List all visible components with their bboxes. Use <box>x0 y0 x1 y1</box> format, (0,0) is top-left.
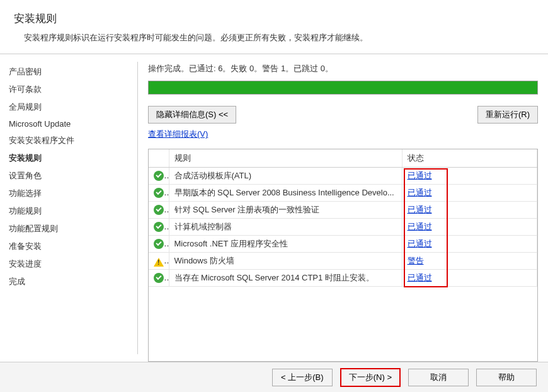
sidebar-item[interactable]: 产品密钥 <box>9 63 137 81</box>
back-button[interactable]: < 上一步(B) <box>272 369 333 386</box>
main-panel: 操作完成。已通过: 6。失败 0。警告 1。已跳过 0。 隐藏详细信息(S) <… <box>138 54 548 362</box>
status-cell: 已通过 <box>402 202 537 219</box>
page-subtitle: 安装程序规则标识在运行安装程序时可能发生的问题。必须更正所有失败，安装程序才能继… <box>14 32 534 43</box>
sidebar: 产品密钥许可条款全局规则Microsoft Update安装安装程序文件安装规则… <box>0 54 137 362</box>
sidebar-item[interactable]: 设置角色 <box>9 167 137 185</box>
sidebar-item[interactable]: 安装规则 <box>9 149 137 167</box>
progress-bar <box>148 81 538 95</box>
sidebar-item[interactable]: 许可条款 <box>9 81 137 98</box>
check-icon <box>154 239 164 249</box>
status-link[interactable]: 已通过 <box>408 273 432 282</box>
status-cell: 已通过 <box>402 236 537 253</box>
table-row: 合成活动模板库(ATL)已通过 <box>149 168 537 185</box>
sidebar-item[interactable]: 准备安装 <box>9 238 137 255</box>
rule-cell: 合成活动模板库(ATL) <box>169 168 402 185</box>
check-icon <box>154 171 164 181</box>
pass-icon-cell <box>149 168 169 185</box>
status-link[interactable]: 已通过 <box>408 171 432 180</box>
status-link[interactable]: 已通过 <box>408 205 432 214</box>
pass-icon-cell <box>149 202 169 219</box>
status-link[interactable]: 已通过 <box>408 222 432 231</box>
pass-icon-cell <box>149 219 169 236</box>
pass-icon-cell <box>149 270 169 287</box>
status-cell: 已通过 <box>402 185 537 202</box>
cancel-button[interactable]: 取消 <box>408 369 469 386</box>
table-row: 计算机域控制器已通过 <box>149 219 537 236</box>
pass-icon-cell <box>149 185 169 202</box>
rule-cell: 当存在 Microsoft SQL Server 2014 CTP1 时阻止安装… <box>169 270 402 287</box>
sidebar-item[interactable]: 完成 <box>9 273 137 291</box>
sidebar-item[interactable]: 全局规则 <box>9 98 137 116</box>
table-row: Windows 防火墙警告 <box>149 253 537 270</box>
help-button[interactable]: 帮助 <box>476 369 537 386</box>
status-link[interactable]: 警告 <box>408 256 424 265</box>
table-row: Microsoft .NET 应用程序安全性已通过 <box>149 236 537 253</box>
rules-table-container: 规则 状态 合成活动模板库(ATL)已通过早期版本的 SQL Server 20… <box>148 149 538 362</box>
pass-icon-cell <box>149 236 169 253</box>
operation-status-text: 操作完成。已通过: 6。失败 0。警告 1。已跳过 0。 <box>148 63 538 74</box>
sidebar-item[interactable]: 安装进度 <box>9 255 137 273</box>
rule-cell: 早期版本的 SQL Server 2008 Business Intellige… <box>169 185 402 202</box>
page-title: 安装规则 <box>14 11 534 26</box>
sidebar-item[interactable]: 功能规则 <box>9 202 137 220</box>
sidebar-item[interactable]: 安装安装程序文件 <box>9 132 137 149</box>
check-icon <box>154 205 164 215</box>
rule-cell: 针对 SQL Server 注册表项的一致性验证 <box>169 202 402 219</box>
hide-details-button[interactable]: 隐藏详细信息(S) << <box>148 106 236 124</box>
status-cell: 已通过 <box>402 168 537 185</box>
toolbar: 隐藏详细信息(S) << 重新运行(R) <box>148 106 538 124</box>
rule-cell: 计算机域控制器 <box>169 219 402 236</box>
status-link[interactable]: 已通过 <box>408 239 432 248</box>
check-icon <box>154 273 164 283</box>
status-cell: 已通过 <box>402 219 537 236</box>
rules-table: 规则 状态 合成活动模板库(ATL)已通过早期版本的 SQL Server 20… <box>149 149 537 287</box>
next-button[interactable]: 下一步(N) > <box>340 368 401 387</box>
sidebar-item[interactable]: 功能选择 <box>9 185 137 202</box>
col-icon-header <box>149 149 169 168</box>
sidebar-item[interactable]: Microsoft Update <box>9 116 137 132</box>
table-row: 针对 SQL Server 注册表项的一致性验证已通过 <box>149 202 537 219</box>
table-row: 当存在 Microsoft SQL Server 2014 CTP1 时阻止安装… <box>149 270 537 287</box>
header: 安装规则 安装程序规则标识在运行安装程序时可能发生的问题。必须更正所有失败，安装… <box>0 0 548 54</box>
status-cell: 警告 <box>402 253 537 270</box>
sidebar-item[interactable]: 功能配置规则 <box>9 220 137 238</box>
table-row: 早期版本的 SQL Server 2008 Business Intellige… <box>149 185 537 202</box>
check-icon <box>154 222 164 232</box>
col-rule-header: 规则 <box>169 149 402 168</box>
status-link[interactable]: 已通过 <box>408 188 432 197</box>
rule-cell: Microsoft .NET 应用程序安全性 <box>169 236 402 253</box>
warning-icon <box>154 258 164 267</box>
check-icon <box>154 188 164 198</box>
status-cell: 已通过 <box>402 270 537 287</box>
col-status-header: 状态 <box>402 149 537 168</box>
footer: < 上一步(B) 下一步(N) > 取消 帮助 <box>0 362 548 392</box>
view-report-link[interactable]: 查看详细报表(V) <box>148 129 538 140</box>
body: 产品密钥许可条款全局规则Microsoft Update安装安装程序文件安装规则… <box>0 54 548 362</box>
warning-icon-cell <box>149 253 169 270</box>
rule-cell: Windows 防火墙 <box>169 253 402 270</box>
rerun-button[interactable]: 重新运行(R) <box>477 106 538 124</box>
